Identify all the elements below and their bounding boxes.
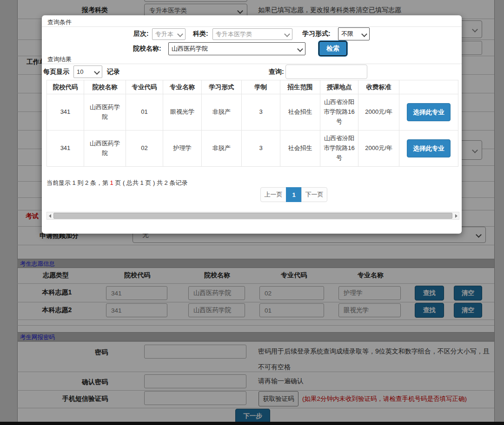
- query-conditions-title: 查询条件: [47, 18, 72, 26]
- chevron-down-icon: [94, 69, 100, 75]
- section-divider: [42, 26, 462, 27]
- result-row: 341 山西医药学院 01 眼视光学 非脱产 3 社会招生 山西省汾阳市学院路1…: [47, 94, 458, 131]
- school-name-label: 院校名称:: [133, 45, 161, 53]
- col-major-name: 专业名称: [163, 80, 202, 94]
- scroll-right-arrow-icon[interactable]: [453, 212, 459, 219]
- scroll-left-arrow-icon[interactable]: [47, 212, 53, 219]
- select-major-button[interactable]: 选择此专业: [407, 139, 451, 158]
- per-page-suffix: 记录: [107, 68, 120, 76]
- level-select[interactable]: 专升本: [152, 28, 186, 40]
- section-divider: [42, 64, 462, 64]
- result-row: 341 山西医药学院 02 护理学 非脱产 3 社会招生 山西省汾阳市学院路16…: [47, 131, 458, 167]
- study-form-label: 学习形式:: [302, 30, 331, 38]
- results-header-row: 院校代码 院校名称 专业代码 专业名称 学习形式 学制 招生范围 授课地点 收费…: [47, 80, 458, 94]
- per-page-select[interactable]: 10: [73, 65, 102, 78]
- chevron-down-icon: [284, 31, 290, 37]
- chevron-down-icon: [297, 46, 303, 52]
- pagination-summary: 当前显示 1 到 2 条，第 1 页 ( 总共 1 页 ) 共 2 条记录: [46, 179, 187, 187]
- col-location: 授课地点: [320, 80, 358, 94]
- major-query-dialog: 查询条件 层次: 专升本 科类: 专升本医学类 学习形式: 不限 院校名称: 山…: [42, 15, 462, 234]
- results-table: 院校代码 院校名称 专业代码 专业名称 学习形式 学制 招生范围 授课地点 收费…: [46, 80, 458, 167]
- col-school-code: 院校代码: [47, 80, 84, 94]
- search-button[interactable]: 检索: [318, 41, 347, 56]
- prev-page-button[interactable]: 上一页: [260, 187, 286, 202]
- select-major-button[interactable]: 选择此专业: [407, 103, 451, 122]
- page-1-button[interactable]: 1: [286, 187, 302, 202]
- horizontal-scrollbar[interactable]: [46, 212, 459, 220]
- current-page-number: 1: [110, 179, 113, 186]
- category-label: 科类:: [193, 30, 208, 38]
- page-root: 报考科类 专升本医学类 如果已填写志愿，更改报考科类将清空已填写志愿 工作单位 …: [0, 0, 504, 425]
- col-major-code: 专业代码: [126, 80, 163, 94]
- col-years: 学制: [242, 80, 280, 94]
- query-results-title: 查询结果: [47, 55, 72, 64]
- scrollbar-thumb[interactable]: [53, 213, 452, 219]
- quick-search-input[interactable]: [285, 65, 367, 79]
- next-page-button[interactable]: 下一页: [301, 187, 327, 202]
- study-form-select[interactable]: 不限: [338, 27, 370, 40]
- chevron-down-icon: [361, 31, 367, 37]
- col-action: [399, 80, 458, 94]
- level-label: 层次:: [133, 30, 149, 38]
- category-select[interactable]: 专升本医学类: [212, 28, 292, 40]
- quick-search-label: 查询:: [269, 68, 284, 76]
- col-study-form: 学习形式: [202, 80, 242, 94]
- col-fee: 收费标准: [358, 80, 399, 94]
- col-scope: 招生范围: [280, 80, 320, 94]
- school-name-select[interactable]: 山西医药学院: [168, 42, 305, 55]
- col-school-name: 院校名称: [84, 80, 126, 94]
- chevron-down-icon: [177, 31, 183, 37]
- per-page-prefix: 每页显示: [43, 68, 69, 76]
- pagination-controls: 上一页 1 下一页: [260, 187, 327, 202]
